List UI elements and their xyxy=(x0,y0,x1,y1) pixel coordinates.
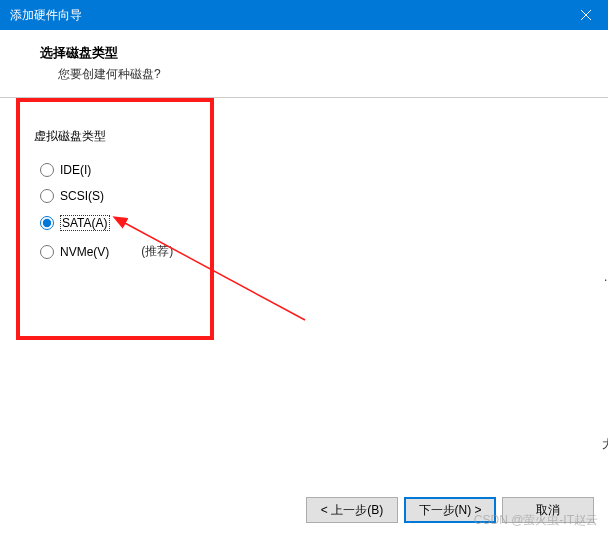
radio-label: NVMe(V) xyxy=(60,245,109,259)
cropped-text: 大 xyxy=(602,436,608,454)
radio-ide[interactable] xyxy=(40,163,54,177)
radio-label: SATA(A) xyxy=(60,215,110,231)
close-icon xyxy=(581,10,591,20)
close-button[interactable] xyxy=(563,0,608,30)
radio-label: IDE(I) xyxy=(60,163,91,177)
watermark: CSDN @萤火虫-IT赵云 xyxy=(474,512,598,529)
radio-list: IDE(I) SCSI(S) SATA(A) NVMe(V) (推荐) xyxy=(40,163,584,260)
header-section: 选择磁盘类型 您要创建何种磁盘? xyxy=(0,30,608,98)
radio-option-ide[interactable]: IDE(I) xyxy=(40,163,584,177)
radio-sata[interactable] xyxy=(40,216,54,230)
radio-option-sata[interactable]: SATA(A) xyxy=(40,215,584,231)
titlebar: 添加硬件向导 xyxy=(0,0,608,30)
window-title: 添加硬件向导 xyxy=(10,7,82,24)
cropped-text: . xyxy=(604,270,608,288)
recommended-tag: (推荐) xyxy=(141,243,173,260)
radio-option-nvme[interactable]: NVMe(V) (推荐) xyxy=(40,243,584,260)
radio-scsi[interactable] xyxy=(40,189,54,203)
content-area: 虚拟磁盘类型 IDE(I) SCSI(S) SATA(A) NVMe(V) (推… xyxy=(0,98,608,468)
page-subtitle: 您要创建何种磁盘? xyxy=(58,66,588,83)
page-title: 选择磁盘类型 xyxy=(40,44,588,62)
group-label: 虚拟磁盘类型 xyxy=(34,128,584,145)
back-button[interactable]: < 上一步(B) xyxy=(306,497,398,523)
radio-option-scsi[interactable]: SCSI(S) xyxy=(40,189,584,203)
radio-nvme[interactable] xyxy=(40,245,54,259)
dialog-body: 选择磁盘类型 您要创建何种磁盘? 虚拟磁盘类型 IDE(I) SCSI(S) S… xyxy=(0,30,608,468)
radio-label: SCSI(S) xyxy=(60,189,104,203)
